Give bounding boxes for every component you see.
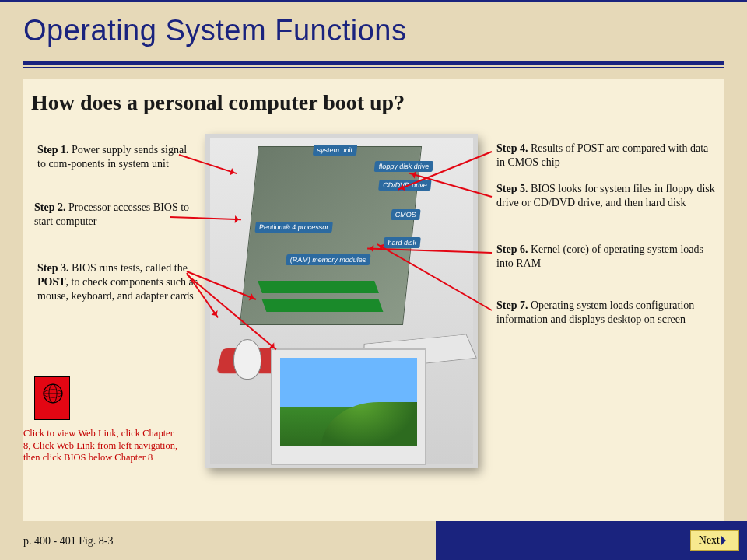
- top-accent-line: [0, 0, 747, 2]
- step-7-label: Step 7.: [496, 299, 528, 311]
- step-5: Step 5. BIOS looks for system files in f…: [496, 182, 722, 210]
- step-1-label: Step 1.: [37, 144, 68, 156]
- step-3: Step 3. BIOS runs tests, called the POST…: [37, 261, 201, 304]
- label-ram: (RAM) memory modules: [286, 254, 370, 265]
- weblink-instructions: Click to view Web Link, click Chapter 8,…: [23, 428, 179, 464]
- step-6-label: Step 6.: [496, 243, 528, 255]
- label-cmos: CMOS: [391, 209, 420, 220]
- title-rule: [23, 61, 724, 65]
- next-button-label: Next: [699, 534, 720, 547]
- globe-icon: [40, 380, 66, 407]
- label-hard-disk: hard disk: [384, 237, 421, 248]
- desktop-hill: [321, 402, 417, 446]
- step-7: Step 7. Operating system loads configura…: [496, 299, 714, 327]
- step-4-text: Results of POST are compared with data i…: [496, 142, 708, 168]
- monitor-graphic: [271, 348, 426, 465]
- step-1: Step 1. Power supply sends signal to com…: [37, 143, 193, 171]
- weblink-icon[interactable]: [34, 376, 70, 420]
- step-4: Step 4. Results of POST are compared wit…: [496, 142, 714, 170]
- expansion-card-2: [262, 299, 384, 312]
- slide-title: Operating System Functions: [23, 14, 406, 47]
- mouse-graphic: [233, 339, 261, 380]
- slide-question: How does a personal computer boot up?: [31, 90, 405, 115]
- content-panel: How does a personal computer boot up? St…: [23, 79, 724, 521]
- step-5-label: Step 5.: [496, 183, 528, 194]
- step-4-label: Step 4.: [496, 142, 528, 154]
- page-reference: p. 400 - 401 Fig. 8-3: [23, 535, 114, 548]
- label-floppy: floppy disk drive: [374, 161, 433, 172]
- step-3-label: Step 3.: [37, 262, 68, 274]
- step-3-text-a: BIOS runs tests, called the: [68, 262, 187, 274]
- next-arrow-icon: [721, 536, 731, 545]
- label-system-unit: system unit: [313, 145, 357, 156]
- desktop-screen: [280, 358, 417, 446]
- footer: p. 400 - 401 Fig. 8-3 Next: [0, 521, 747, 560]
- step-6: Step 6. Kernel (core) of operating syste…: [496, 243, 714, 271]
- system-unit-graphic: system unit floppy disk drive CD/DVD dri…: [240, 146, 422, 325]
- expansion-card-1: [258, 281, 379, 293]
- step-2: Step 2. Processor accesses BIOS to start…: [34, 201, 190, 229]
- step-6-text: Kernel (core) of operating system loads …: [496, 243, 703, 269]
- boot-diagram: system unit floppy disk drive CD/DVD dri…: [205, 134, 478, 468]
- label-processor: Pentium® 4 processor: [254, 222, 333, 233]
- next-button[interactable]: Next: [690, 530, 739, 551]
- step-3-post: POST: [37, 276, 66, 288]
- step-2-label: Step 2.: [34, 201, 65, 213]
- step-5-text: BIOS looks for system files in floppy di…: [496, 183, 715, 208]
